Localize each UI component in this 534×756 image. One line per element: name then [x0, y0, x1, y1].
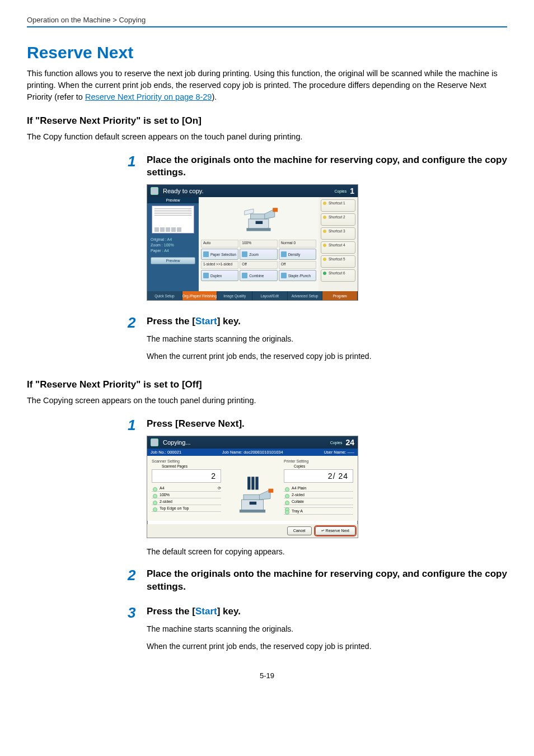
paper-selection-button[interactable]: Paper Selection: [201, 249, 238, 260]
preview-meta: Original : A4 Zoom : 100% Paper : A4: [147, 236, 199, 254]
step-desc: The machine starts scanning the original…: [147, 333, 507, 345]
start-key: Start: [195, 606, 217, 617]
scanner-setting-heading: Scanner Setting: [152, 459, 221, 463]
cancel-button[interactable]: Cancel: [287, 526, 312, 535]
panel-titlebar: Copying... Copies 24: [147, 436, 358, 449]
density-icon: [281, 251, 287, 257]
opt-value: 1-sided >>1-sided: [201, 261, 238, 269]
zoom-icon: [242, 251, 247, 257]
panel-tabs: Quick Setup Org./Paper/ Finishing Image …: [147, 291, 358, 300]
step-desc: The machine starts scanning the original…: [147, 623, 507, 635]
step-number: 3: [128, 605, 147, 620]
copies-label: Copies: [330, 441, 343, 445]
section-on-body: The Copy function default screen appears…: [27, 131, 507, 143]
opt-value: Auto: [201, 240, 238, 248]
copies-value: 1: [350, 186, 354, 195]
printer-setting-heading: Printer Setting: [284, 459, 353, 463]
step-title: Press the [Start] key.: [147, 315, 507, 328]
step-number: 1: [128, 418, 147, 432]
printer-copies-value: 2/ 24: [284, 469, 353, 483]
step-title: Place the originals onto the machine for…: [147, 568, 507, 592]
density-button[interactable]: Density: [279, 249, 316, 260]
panel-titlebar: Ready to copy. Copies 1: [147, 185, 358, 197]
svg-rect-2: [256, 221, 263, 224]
svg-rect-13: [268, 489, 273, 493]
list-item: Tray A: [284, 508, 353, 515]
shortcut-column: Shortcut 1 Shortcut 2 Shortcut 3 Shortcu…: [318, 197, 358, 291]
scanned-pages-label: Scanned Pages: [162, 464, 221, 468]
tab-layout-edit[interactable]: Layout/Edit: [252, 291, 288, 300]
shortcut-button[interactable]: Shortcut 2: [321, 213, 355, 226]
shortcut-button[interactable]: Shortcut 6: [321, 269, 355, 282]
tab-advanced-setup[interactable]: Advanced Setup: [288, 291, 323, 300]
step-number: 2: [128, 315, 147, 330]
list-item: A4 Plain: [284, 485, 353, 492]
tab-image-quality[interactable]: Image Quality: [217, 291, 252, 300]
step-number: 1: [128, 154, 147, 169]
shortcut-button[interactable]: Shortcut 5: [321, 255, 355, 268]
svg-rect-9: [255, 477, 258, 490]
scanner-settings-list: A4 ⟳ 100% 2-sided Top Edge on Top: [152, 485, 221, 512]
svg-rect-4: [273, 208, 278, 212]
list-item: A4 ⟳: [152, 485, 221, 492]
printer-copies-label: Copies: [294, 464, 353, 468]
list-item: 2-sided: [284, 492, 353, 498]
touch-panel-copying: Copying... Copies 24 Job No.: 000021 Job…: [147, 436, 358, 538]
step-desc: When the current print job ends, the res…: [147, 351, 507, 362]
step-title: Place the originals onto the machine for…: [147, 154, 507, 179]
step-number: 2: [128, 568, 147, 582]
section-off-heading: If "Reserve Next Priority" is set to [Of…: [27, 379, 507, 390]
document-icon: [151, 438, 158, 446]
touch-panel-ready: Ready to copy. Copies 1 Preview: [147, 184, 358, 301]
svg-rect-8: [251, 477, 254, 490]
svg-rect-11: [243, 495, 261, 500]
preview-button[interactable]: Preview: [151, 257, 195, 264]
start-key: Start: [195, 316, 217, 326]
duplex-icon: [203, 273, 209, 278]
intro-paragraph: This function allows you to reserve the …: [27, 68, 507, 103]
svg-rect-5: [246, 228, 270, 231]
step-desc: The default screen for copying appears.: [147, 546, 507, 558]
section-on-heading: If "Reserve Next Priority" is set to [On…: [27, 115, 507, 127]
list-item: Collate: [284, 498, 353, 505]
duplex-button[interactable]: Duplex: [201, 270, 238, 281]
copies-value: 24: [345, 438, 354, 447]
tab-quick-setup[interactable]: Quick Setup: [147, 291, 182, 300]
step-title: Press [Reserve Next].: [147, 418, 507, 430]
device-illustration: [224, 459, 280, 519]
tab-program[interactable]: Program: [322, 291, 358, 300]
breadcrumb: Operation on the Machine > Copying: [27, 16, 507, 27]
shortcut-button[interactable]: Shortcut 3: [321, 227, 355, 240]
svg-rect-14: [250, 502, 256, 505]
section-off-body: The Copying screen appears on the touch …: [27, 395, 507, 407]
step-desc: When the current print job ends, the res…: [147, 641, 507, 652]
tab-org-paper-finishing[interactable]: Org./Paper/ Finishing: [182, 291, 218, 300]
reserve-next-priority-link[interactable]: Reserve Next Priority on page 8-29: [85, 92, 212, 101]
list-item: 2-sided: [152, 498, 221, 505]
staple-punch-button[interactable]: Staple /Punch: [279, 270, 316, 281]
zoom-button[interactable]: Zoom: [240, 249, 277, 260]
document-icon: [151, 187, 158, 195]
staple-icon: [281, 273, 287, 278]
opt-value: Normal 0: [279, 240, 316, 248]
shortcut-button[interactable]: Shortcut 1: [321, 199, 355, 212]
page-number: 5-19: [27, 671, 507, 680]
opt-value: 100%: [240, 240, 277, 248]
printer-settings-list: A4 Plain 2-sided Collate Tray A: [284, 485, 353, 515]
intro-text-post: ).: [212, 92, 217, 101]
panel-title: Ready to copy.: [163, 188, 204, 194]
panel-title: Copying...: [163, 439, 191, 446]
svg-rect-7: [247, 477, 250, 490]
shortcut-button[interactable]: Shortcut 4: [321, 241, 355, 254]
step-title: Press the [Start] key.: [147, 605, 507, 618]
preview-thumbnail: [152, 206, 194, 234]
preview-sidebar: Preview Original : A4 Zoom : 100% Paper …: [147, 197, 199, 291]
list-item: 100%: [152, 492, 221, 498]
page-title: Reserve Next: [27, 43, 507, 62]
combine-button[interactable]: Combine: [240, 270, 277, 281]
job-info-bar: Job No.: 000021 Job Name: doc20081010101…: [147, 449, 358, 456]
scanned-pages-value: 2: [152, 469, 221, 483]
reserve-next-button[interactable]: ↵ Reserve Next: [315, 526, 355, 535]
preview-heading: Preview: [147, 197, 199, 203]
paper-icon: [203, 251, 209, 257]
